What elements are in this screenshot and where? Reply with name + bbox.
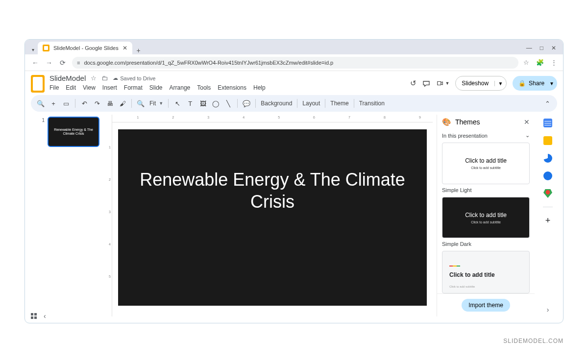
slideshow-dropdown-icon[interactable]: ▼ (494, 81, 506, 86)
vertical-ruler: 12345 (103, 115, 112, 316)
close-panel-icon[interactable]: ✕ (524, 118, 530, 126)
nav-forward-icon[interactable]: → (45, 59, 53, 67)
window-close-icon[interactable]: ✕ (551, 45, 556, 51)
browser-toolbar: ← → ⟳ ≡ docs.google.com/presentation/d/1… (25, 54, 563, 71)
calendar-icon[interactable] (543, 119, 552, 127)
meet-button[interactable]: ▼ (436, 80, 449, 87)
menu-format[interactable]: Format (124, 84, 143, 91)
nav-back-icon[interactable]: ← (31, 59, 40, 67)
menu-extensions[interactable]: Extensions (218, 84, 246, 91)
hide-sidepanel-icon[interactable]: › (547, 306, 549, 316)
theme-card-simple-dark[interactable]: Click to add title Click to add subtitle (442, 197, 530, 239)
zoom-level-dropdown[interactable]: Fit ▼ (149, 100, 163, 107)
comments-icon[interactable] (422, 79, 430, 87)
main-area: 1 Renewable Energy & The Climate Crisis … (25, 115, 563, 316)
print-icon[interactable]: 🖶 (106, 100, 114, 107)
textbox-icon[interactable]: T (186, 100, 194, 107)
undo-icon[interactable]: ↶ (80, 100, 88, 107)
toolbar-collapse-icon[interactable]: ⌃ (543, 100, 551, 107)
toolbar: 🔍 + ▭ ↶ ↷ 🖶 🖌 🔍 Fit ▼ ↖ T 🖼 ◯ ╲ 💬 Backgr… (31, 95, 557, 112)
background-button[interactable]: Background (261, 100, 292, 107)
transition-button[interactable]: Transition (359, 100, 385, 107)
slideshow-button[interactable]: Slideshow ▼ (455, 76, 507, 91)
canvas-area: 12345 123456789 Renewable Energy & The C… (103, 115, 433, 316)
themes-panel: 🎨 Themes ✕ In this presentation ⌄ Click … (437, 115, 535, 316)
browser-window: ▾ SlideModel - Google Slides ✕ + — □ ✕ ←… (24, 39, 564, 323)
theme-button[interactable]: Theme (330, 100, 348, 107)
slide-title[interactable]: Renewable Energy & The Climate Crisis (118, 169, 427, 213)
addons-plus-icon[interactable]: + (543, 216, 552, 225)
chevron-down-icon: ⌄ (525, 132, 530, 139)
slide-canvas[interactable]: Renewable Energy & The Climate Crisis (112, 122, 433, 316)
slide-thumbnail-1[interactable]: Renewable Energy & The Climate Crisis (48, 117, 99, 147)
new-slide-layout-icon[interactable]: ▭ (62, 100, 70, 107)
slide[interactable]: Renewable Energy & The Climate Crisis (118, 129, 427, 306)
extensions-icon[interactable]: 🧩 (536, 59, 544, 66)
move-icon[interactable]: 🗀 (101, 74, 108, 82)
thumb-index: 1 (42, 117, 45, 147)
window-minimize-icon[interactable]: — (526, 45, 532, 51)
slides-logo-icon[interactable] (31, 75, 45, 93)
save-status[interactable]: ☁ Saved to Drive (113, 75, 155, 81)
watermark: SLIDEMODEL.COM (503, 338, 564, 344)
lock-icon: 🔒 (518, 80, 526, 87)
share-dropdown-icon[interactable]: ▼ (547, 81, 554, 86)
footer-controls: ‹ (31, 312, 46, 320)
menu-help[interactable]: Help (253, 84, 266, 91)
history-icon[interactable]: ↺ (410, 79, 416, 88)
search-menus-icon[interactable]: 🔍 (37, 100, 45, 107)
menu-slide[interactable]: Slide (149, 84, 163, 91)
select-tool-icon[interactable]: ↖ (173, 100, 181, 107)
tabs-dropdown-icon[interactable]: ▾ (28, 45, 38, 54)
site-info-icon[interactable]: ≡ (77, 60, 80, 66)
menu-file[interactable]: File (49, 84, 59, 91)
window-maximize-icon[interactable]: □ (540, 45, 543, 51)
side-panel-rail: + › (539, 115, 557, 316)
zoom-tool-icon[interactable]: 🔍 (137, 100, 145, 107)
comment-icon[interactable]: 💬 (243, 100, 250, 107)
url-input[interactable]: ≡ docs.google.com/presentation/d/1_qZ_5w… (72, 57, 518, 69)
slide-thumbnails: 1 Renewable Energy & The Climate Crisis (31, 115, 99, 316)
menu-tools[interactable]: Tools (197, 84, 211, 91)
browser-menu-icon[interactable]: ⋮ (551, 59, 557, 66)
keep-icon[interactable] (543, 136, 552, 145)
menu-view[interactable]: View (83, 84, 96, 91)
panel-section-toggle[interactable]: In this presentation ⌄ (437, 129, 535, 140)
browser-tab[interactable]: SlideModel - Google Slides ✕ (38, 42, 132, 54)
maps-icon[interactable] (543, 189, 552, 198)
nav-reload-icon[interactable]: ⟳ (58, 59, 67, 67)
theme-card-streamline[interactable]: Click to add title Click to add subtitle (442, 251, 530, 293)
theme-card-simple-light[interactable]: Click to add title Click to add subtitle (442, 143, 530, 184)
shape-icon[interactable]: ◯ (212, 100, 220, 107)
import-theme-button[interactable]: Import theme (462, 299, 510, 312)
image-icon[interactable]: 🖼 (199, 100, 207, 107)
menu-insert[interactable]: Insert (102, 84, 117, 91)
url-text: docs.google.com/presentation/d/1_qZ_5wFR… (84, 60, 333, 66)
close-tab-icon[interactable]: ✕ (122, 45, 127, 51)
themes-icon: 🎨 (442, 118, 451, 126)
star-icon[interactable]: ☆ (91, 74, 97, 82)
new-tab-button[interactable]: + (132, 47, 143, 54)
share-button[interactable]: 🔒 Share ▼ (513, 76, 557, 91)
grid-view-icon[interactable] (31, 313, 37, 319)
tab-title: SlideModel - Google Slides (53, 45, 119, 51)
paint-format-icon[interactable]: 🖌 (119, 100, 126, 107)
theme-label: Simple Light (442, 187, 530, 193)
menu-arrange[interactable]: Arrange (170, 84, 191, 91)
horizontal-ruler: 123456789 (112, 115, 433, 122)
layout-button[interactable]: Layout (302, 100, 320, 107)
contacts-icon[interactable] (543, 171, 552, 180)
filmstrip-nav-icon[interactable]: ‹ (44, 312, 46, 320)
bookmark-icon[interactable]: ☆ (523, 59, 529, 66)
menu-bar: File Edit View Insert Format Slide Arran… (49, 82, 405, 94)
menu-edit[interactable]: Edit (66, 84, 76, 91)
theme-label: Simple Dark (442, 241, 530, 247)
new-slide-icon[interactable]: + (49, 100, 57, 107)
document-title[interactable]: SlideModel (49, 74, 86, 82)
line-icon[interactable]: ╲ (224, 100, 232, 107)
redo-icon[interactable]: ↷ (93, 100, 101, 107)
slides-favicon-icon (43, 45, 49, 51)
app-header: SlideModel ☆ 🗀 ☁ Saved to Drive File Edi… (25, 71, 563, 94)
panel-title: Themes (455, 118, 480, 126)
tasks-icon[interactable] (543, 154, 552, 163)
